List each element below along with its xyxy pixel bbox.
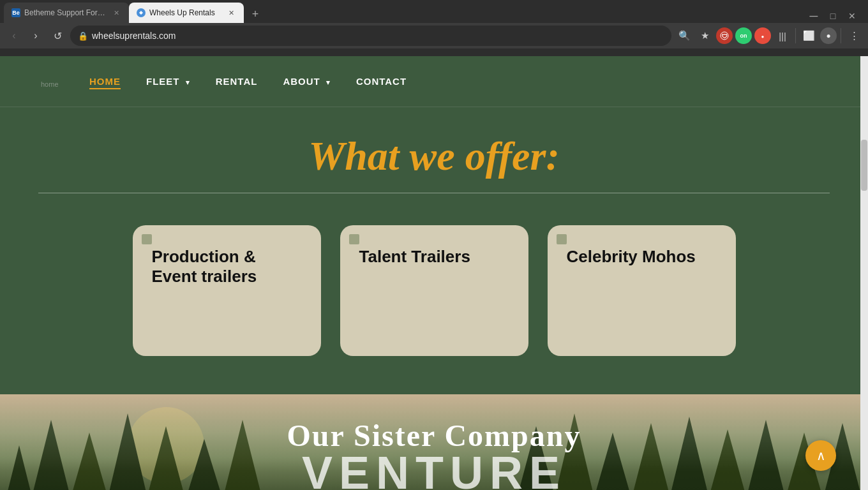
card2-icon — [349, 234, 359, 244]
menu-icon[interactable]: ⋮ — [845, 27, 863, 45]
card2-title: Talent Trailers — [359, 247, 509, 267]
profile-icon[interactable]: ● — [820, 27, 837, 44]
nav-rental[interactable]: RENTAL — [216, 76, 258, 87]
nav-about[interactable]: ABOUT ▾ — [283, 76, 331, 87]
bookmark-icon[interactable]: ★ — [696, 27, 714, 45]
back-button[interactable]: ‹ — [5, 27, 23, 45]
extensions-icon[interactable]: ⬜ — [800, 27, 818, 45]
address-bar-wrap: 🔒 — [70, 26, 671, 46]
fleet-dropdown-arrow: ▾ — [186, 78, 190, 86]
sister-section: Our Sister Company VENTURE — [0, 394, 868, 490]
card3-title: Celebrity Mohos — [567, 247, 717, 267]
section-divider — [38, 193, 830, 193]
navbar: home HOME FLEET ▾ RENTAL — [0, 56, 868, 107]
svg-text:home: home — [41, 80, 59, 88]
minimize-button[interactable]: ─ — [807, 9, 821, 23]
browser-toolbar: ‹ › ↺ 🔒 🔍 ★ 🛡 on ● ||| ⬜ ● — [0, 23, 868, 48]
cards-grid: Production & Event trailers Talent Trail… — [38, 225, 830, 356]
extension2-icon[interactable]: on — [735, 27, 752, 44]
nav-links: HOME FLEET ▾ RENTAL ABOUT ▾ — [89, 76, 407, 87]
search-icon[interactable]: 🔍 — [675, 27, 693, 45]
tab2-favicon — [137, 8, 146, 17]
tab2-title: Wheels Up Rentals — [149, 8, 215, 17]
tab-betheme[interactable]: Be Betheme Support Forum ✕ — [4, 3, 129, 23]
about-dropdown-arrow: ▾ — [326, 78, 331, 86]
card-production[interactable]: Production & Event trailers — [133, 225, 321, 356]
address-bar[interactable] — [92, 31, 664, 41]
extension4-icon[interactable]: ||| — [774, 27, 791, 45]
extension3-icon[interactable]: ● — [754, 27, 771, 44]
sister-name: VENTURE — [287, 447, 581, 491]
lock-icon: 🔒 — [78, 31, 88, 41]
main-content: What we offer: Production & Event traile… — [0, 107, 868, 394]
svg-text:🛡: 🛡 — [722, 33, 728, 40]
toolbar-separator2 — [841, 28, 841, 43]
website: home HOME FLEET ▾ RENTAL — [0, 56, 868, 490]
add-tab-button[interactable]: + — [246, 5, 264, 23]
toolbar-icons: 🔍 ★ 🛡 on ● ||| ⬜ ● ⋮ — [675, 27, 863, 45]
nav-fleet[interactable]: FLEET ▾ — [146, 76, 190, 87]
browser-chrome: Be Betheme Support Forum ✕ Wheels Up Ren… — [0, 0, 868, 56]
tab-wheels-up[interactable]: Wheels Up Rentals ✕ — [129, 3, 244, 23]
tab1-title: Betheme Support Forum — [24, 8, 107, 17]
tabs-bar: Be Betheme Support Forum ✕ Wheels Up Ren… — [0, 0, 868, 23]
section-title: What we offer: — [38, 133, 830, 180]
card-talent[interactable]: Talent Trailers — [340, 225, 528, 356]
forward-button[interactable]: › — [27, 27, 45, 45]
sister-content: Our Sister Company VENTURE — [287, 418, 581, 491]
site-logo[interactable]: home — [38, 69, 89, 94]
tab2-close[interactable]: ✕ — [226, 8, 236, 18]
card1-title: Production & Event trailers — [152, 247, 302, 286]
scrollbar[interactable] — [860, 56, 868, 490]
nav-home[interactable]: HOME — [89, 76, 121, 89]
card3-icon — [557, 234, 567, 244]
card1-icon — [142, 234, 152, 244]
close-window-button[interactable]: ✕ — [845, 9, 859, 23]
svg-text:●: ● — [761, 34, 765, 40]
scrollbar-thumb[interactable] — [861, 140, 867, 191]
nav-contact[interactable]: CONTACT — [356, 76, 407, 87]
maximize-button[interactable]: □ — [826, 9, 840, 23]
toolbar-separator — [795, 28, 796, 43]
refresh-button[interactable]: ↺ — [49, 27, 66, 45]
card-celebrity[interactable]: Celebrity Mohos — [548, 225, 736, 356]
tab1-close[interactable]: ✕ — [111, 8, 121, 18]
scroll-top-button[interactable]: ∧ — [805, 440, 836, 471]
tab1-favicon: Be — [11, 8, 20, 17]
extension1-icon[interactable]: 🛡 — [716, 27, 733, 44]
